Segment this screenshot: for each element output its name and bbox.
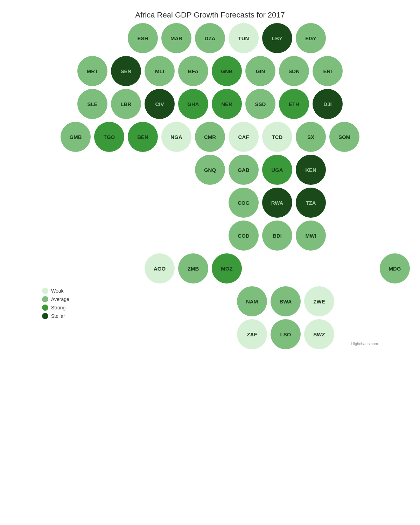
legend-label-strong: Strong [51,305,65,310]
legend-dot-stellar [42,313,48,319]
bubble-CAF: CAF [229,122,259,152]
bubble-row-5: COGRWATZA [35,188,385,218]
bubble-MRT: MRT [77,56,107,86]
bubble-row-6: CODBDIMWI [35,220,385,251]
bubble-row-2: SLELBRCIVGHANERSSDETHDJI [35,89,385,119]
bubble-ZMB: ZMB [178,253,208,284]
bubble-CIV: CIV [145,89,175,119]
chart-area: ESHMARDZATUNLBYEGYMRTSENMLIBFAGNBGINSDNE… [35,23,385,349]
bubble-KEN: KEN [296,155,326,185]
bubble-DJI: DJI [313,89,343,119]
bubble-TCD: TCD [262,122,292,152]
bubble-row-4: GNQGABUGAKEN [35,155,385,185]
bubble-row-9: ZAFLSOSWZ [35,319,385,349]
bubble-TGO: TGO [94,122,124,152]
legend-item-stellar: Stellar [42,313,69,319]
bubble-row-3: GMBTGOBENNGACMRCAFTCDSXSOM [35,122,385,152]
bubble-RWA: RWA [262,188,292,218]
bubble-COG: COG [229,188,259,218]
bubble-BWA: BWA [271,286,301,316]
bubble-COD: COD [229,220,259,251]
bubble-MLI: MLI [145,56,175,86]
bubble-SWZ: SWZ [304,319,334,349]
bubble-TZA: TZA [296,188,326,218]
bubble-TUN: TUN [229,23,259,53]
bubble-BFA: BFA [178,56,208,86]
bubble-ZAF: ZAF [237,319,267,349]
bubble-EGY: EGY [296,23,326,53]
bubble-GMB: GMB [61,122,91,152]
bubble-SSD: SSD [245,89,275,119]
bubble-LBY: LBY [262,23,292,53]
legend-dot-weak [42,288,48,294]
legend: Weak Average Strong Stellar [42,288,69,321]
bubble-GNB: GNB [212,56,242,86]
bubble-MDG: MDG [380,253,410,284]
bubble-LBR: LBR [111,89,141,119]
bubble-GAB: GAB [229,155,259,185]
bubble-row-0: ESHMARDZATUNLBYEGY [35,23,385,53]
bubble-ERI: ERI [313,56,343,86]
legend-item-average: Average [42,296,69,302]
bubble-GNQ: GNQ [195,155,225,185]
legend-dot-strong [42,304,48,311]
legend-label-stellar: Stellar [51,313,65,319]
bubble-CMR: CMR [195,122,225,152]
legend-item-strong: Strong [42,304,69,311]
bubble-NGA: NGA [161,122,191,152]
bubble-DZA: DZA [195,23,225,53]
bubble-BEN: BEN [128,122,158,152]
bubble-MWI: MWI [296,220,326,251]
bubble-NAM: NAM [237,286,267,316]
bubble-SDN: SDN [279,56,309,86]
bubble-SOM: SOM [329,122,359,152]
legend-dot-average [42,296,48,302]
bubble-BDI: BDI [262,220,292,251]
bubble-row-1: MRTSENMLIBFAGNBGINSDNERI [35,56,385,86]
chart-title: Africa Real GDP Growth Forecasts for 201… [0,0,420,23]
bubble-GIN: GIN [245,56,275,86]
bubble-ESH: ESH [128,23,158,53]
legend-label-average: Average [51,296,69,302]
bubble-SX: SX [296,122,326,152]
legend-item-weak: Weak [42,288,69,294]
bubble-ZWE: ZWE [304,286,334,316]
bubble-SLE: SLE [77,89,107,119]
bubble-ETH: ETH [279,89,309,119]
bubble-UGA: UGA [262,155,292,185]
bubble-AGO: AGO [145,253,175,284]
bubble-row-8: NAMBWAZWE [35,286,385,316]
bubble-MAR: MAR [161,23,191,53]
bubble-LSO: LSO [271,319,301,349]
bubble-row-7: AGOZMBMOZMDG [35,253,385,284]
bubble-GHA: GHA [178,89,208,119]
bubble-NER: NER [212,89,242,119]
bubble-MOZ: MOZ [212,253,242,284]
bubble-SEN: SEN [111,56,141,86]
legend-label-weak: Weak [51,288,64,294]
highcharts-credit: Highcharts.com [351,342,378,346]
